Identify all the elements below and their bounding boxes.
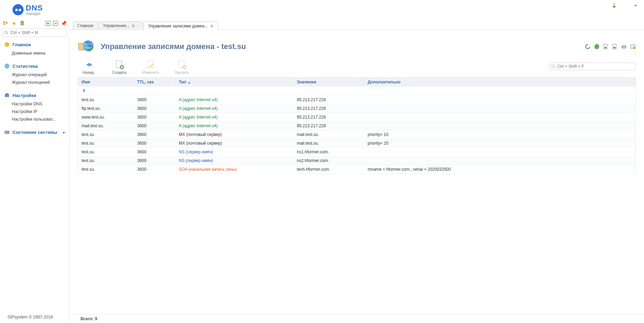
cell: 95.213.217.228: [293, 97, 364, 103]
cell: A (адрес Internet v4): [175, 114, 293, 120]
table-row[interactable]: www.test.su.3600A (адрес Internet v4)95.…: [78, 113, 635, 122]
delete-button: Удалить: [172, 60, 192, 74]
nav-group-icon: [4, 42, 10, 47]
nav-group-label: Статистика: [12, 64, 38, 69]
table-row[interactable]: ftp.test.su.3600A (адрес Internet v4)95.…: [78, 104, 635, 113]
expand-icon[interactable]: +: [45, 21, 50, 26]
nav-item[interactable]: Доменные имена: [0, 49, 69, 57]
col-ttl[interactable]: TTL, сек: [134, 78, 175, 87]
records-table: Имя TTL, сек Тип▲ Значение Дополнительно…: [78, 77, 636, 174]
page-title: Управление записями домена - test.su: [101, 42, 246, 51]
delete-label: Удалить: [175, 70, 189, 74]
doc1-icon[interactable]: [603, 44, 609, 49]
table-row[interactable]: test.su.3600NS (сервер имён)ns1.hformer.…: [78, 148, 635, 156]
cell: test.su.: [78, 149, 134, 155]
star-icon[interactable]: ★: [11, 21, 17, 26]
refresh-icon[interactable]: [585, 44, 591, 49]
nav-item[interactable]: Настройки DNS: [0, 100, 69, 108]
sidebar-search[interactable]: [2, 29, 67, 37]
cell: tech.hformer.com.: [293, 166, 364, 172]
back-arrow-icon: [83, 60, 93, 69]
cell: 95.213.217.228: [293, 114, 364, 120]
cell: test.su.: [78, 158, 134, 164]
app-logo: DNS manager: [12, 4, 43, 16]
svg-rect-6: [21, 21, 23, 22]
sidebar: ★ + − 📌 ГлавноеДоменные именаСтатистикаЖ…: [0, 19, 69, 323]
cell: 3600: [134, 166, 175, 172]
user-icon[interactable]: [611, 3, 617, 8]
nav-group-label: Главное: [12, 42, 31, 47]
svg-rect-27: [622, 47, 625, 49]
col-extra[interactable]: Дополнительно: [364, 78, 635, 87]
cell: test.su.: [78, 166, 134, 172]
svg-point-29: [633, 47, 635, 49]
cell: A (адрес Internet v4): [175, 97, 293, 103]
svg-rect-15: [5, 131, 6, 132]
cell: www.test.su.: [78, 114, 134, 120]
tab[interactable]: Управление записями домен...⊗: [144, 22, 218, 30]
tab[interactable]: Управление...⊗›: [99, 21, 143, 30]
nav-item[interactable]: Настройки IP: [0, 108, 69, 115]
nav-group-title[interactable]: Состояние системы▸: [0, 127, 69, 137]
nav-item[interactable]: Журнал операций: [0, 71, 69, 79]
svg-point-0: [613, 3, 615, 5]
tab-close-icon[interactable]: ⊗: [210, 24, 214, 29]
logo-text-manager: manager: [26, 12, 43, 16]
logo-icon: [12, 4, 24, 15]
nav-item[interactable]: Журнал посещений: [0, 79, 69, 86]
cell: SOA (начальная запись зоны): [175, 166, 293, 172]
cell: 3600: [134, 140, 175, 146]
sidebar-search-input[interactable]: [10, 30, 65, 35]
nav-group-title[interactable]: Главное: [0, 40, 69, 49]
collapse-icon[interactable]: −: [53, 21, 58, 26]
tab-close-icon[interactable]: ⊗: [132, 23, 135, 28]
svg-point-10: [5, 64, 9, 68]
cell: 3600: [134, 97, 175, 103]
table-row[interactable]: test.su.3600MX (почтовый сервер)mail.tes…: [78, 130, 635, 139]
table-row[interactable]: test.su.3600NS (сервер имён)ns2.hformer.…: [78, 156, 635, 165]
settings-icon[interactable]: [630, 44, 636, 49]
user-menu-caret-icon[interactable]: [634, 5, 637, 7]
svg-rect-4: [6, 22, 8, 24]
tree-icon[interactable]: [3, 21, 8, 26]
svg-rect-25: [622, 45, 626, 46]
table-row[interactable]: mail.test.su.3600A (адрес Internet v4)95…: [78, 122, 635, 130]
table-header: Имя TTL, сек Тип▲ Значение Дополнительно: [78, 78, 635, 87]
col-type[interactable]: Тип▲: [175, 78, 293, 87]
globe-icon[interactable]: [594, 44, 600, 49]
logo-text-dns: DNS: [26, 4, 43, 12]
print-icon[interactable]: [621, 44, 627, 49]
table-row[interactable]: test.su.3600SOA (начальная запись зоны)t…: [78, 165, 635, 174]
clipboard-icon[interactable]: [19, 21, 25, 26]
cell: priority= 10: [364, 131, 635, 138]
table-row[interactable]: test.su.3600MX (почтовый сервер)mail.tes…: [78, 139, 635, 148]
svg-rect-1: [613, 6, 616, 8]
svg-rect-24: [613, 47, 616, 48]
nav-group-title[interactable]: Настройки: [0, 90, 69, 100]
up-folder-icon: [82, 88, 86, 93]
cell: 3600: [134, 114, 175, 120]
cell: [364, 114, 635, 120]
table-search-input[interactable]: [557, 64, 633, 69]
col-name[interactable]: Имя: [78, 78, 134, 87]
table-search[interactable]: [549, 63, 636, 70]
cell: 95.213.217.228: [293, 123, 364, 129]
cell: 3600: [134, 149, 175, 155]
cell: MX (почтовый сервер): [175, 140, 293, 146]
page-title-icon: [78, 38, 94, 55]
back-button[interactable]: Назад: [78, 60, 99, 74]
table-row[interactable]: test.su.3600A (адрес Internet v4)95.213.…: [78, 96, 635, 104]
svg-point-7: [5, 31, 7, 33]
nav-item[interactable]: Настройки пользоват...: [0, 115, 69, 123]
create-button[interactable]: Создать: [109, 60, 130, 74]
col-value[interactable]: Значение: [293, 78, 364, 87]
cell: ns1.hformer.com.: [293, 149, 364, 155]
cell: mail.test.su.: [293, 131, 364, 138]
pin-icon[interactable]: 📌: [61, 21, 66, 26]
tab[interactable]: Главная: [73, 21, 98, 30]
nav-group-title[interactable]: Статистика: [0, 61, 69, 71]
action-bar: Назад Создать Изменить Удалить: [69, 58, 644, 77]
table-up-row[interactable]: [78, 87, 635, 96]
doc2-icon[interactable]: [612, 44, 618, 49]
tab-label: Управление...: [103, 23, 130, 28]
